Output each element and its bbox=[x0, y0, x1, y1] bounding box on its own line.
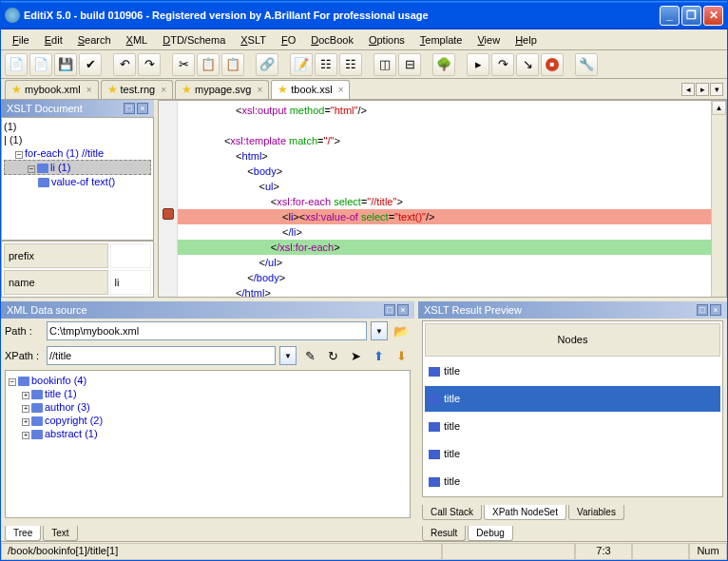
xpath-refresh-button[interactable]: ↻ bbox=[323, 346, 342, 365]
menu-template[interactable]: Template bbox=[412, 32, 470, 48]
indent-button[interactable]: ☷ bbox=[339, 53, 362, 76]
menu-file[interactable]: File bbox=[5, 32, 37, 48]
panel-close-button[interactable]: × bbox=[397, 304, 409, 316]
step-over-button[interactable]: ↷ bbox=[491, 53, 514, 76]
xslt-tree[interactable]: (1)| (1)−for-each (1) //title−li (1)valu… bbox=[1, 117, 154, 241]
tab-list-button[interactable]: ▾ bbox=[710, 83, 723, 96]
code-line[interactable]: <xsl:for-each select="//title"> bbox=[178, 194, 711, 209]
paste-button[interactable]: 📋 bbox=[221, 53, 244, 76]
menu-search[interactable]: Search bbox=[70, 32, 119, 48]
stop-button[interactable]: ■ bbox=[541, 53, 564, 76]
tree-row[interactable]: value-of text() bbox=[4, 175, 151, 188]
menu-docbook[interactable]: DocBook bbox=[303, 32, 361, 48]
tab-prev-button[interactable]: ◂ bbox=[681, 83, 695, 96]
code-line[interactable]: <li><xsl:value-of select="text()"/> bbox=[178, 209, 711, 224]
node-row[interactable]: title bbox=[425, 386, 720, 412]
source-tree[interactable]: −bookinfo (4)+title (1)+author (3)+copyr… bbox=[5, 370, 411, 518]
tool-button[interactable]: 🔧 bbox=[575, 53, 598, 76]
menu-help[interactable]: Help bbox=[508, 32, 545, 48]
code-line[interactable]: </li> bbox=[178, 224, 711, 240]
code-line[interactable] bbox=[178, 118, 711, 133]
minimize-button[interactable]: _ bbox=[660, 6, 680, 26]
node-row[interactable]: title bbox=[425, 469, 720, 494]
code-line[interactable]: </body> bbox=[178, 270, 711, 285]
breakpoint-icon[interactable] bbox=[163, 208, 174, 220]
split-h-button[interactable]: ◫ bbox=[374, 53, 396, 76]
menu-fo[interactable]: FO bbox=[274, 32, 303, 48]
code-line[interactable]: <xsl:output method="html"/> bbox=[178, 103, 711, 118]
menu-xslt[interactable]: XSLT bbox=[233, 32, 274, 48]
code-line[interactable]: <html> bbox=[178, 148, 711, 164]
sub-tab[interactable]: Text bbox=[43, 526, 77, 541]
xpath-edit-button[interactable]: ✎ bbox=[300, 346, 319, 365]
tree-button[interactable]: 🌳 bbox=[432, 53, 455, 76]
maximize-button[interactable]: ❐ bbox=[681, 6, 701, 26]
node-row[interactable]: title bbox=[425, 441, 720, 467]
find-button[interactable]: 🔗 bbox=[256, 53, 278, 76]
menu-xml[interactable]: XML bbox=[119, 32, 156, 48]
cut-button[interactable]: ✂ bbox=[172, 53, 195, 76]
tree-row[interactable]: −li (1) bbox=[4, 160, 151, 175]
tree-row[interactable]: (1) bbox=[4, 120, 151, 133]
source-tree-row[interactable]: +title (1) bbox=[9, 387, 407, 400]
code-line[interactable]: <body> bbox=[178, 164, 711, 179]
xpath-input[interactable] bbox=[47, 346, 276, 365]
validate-button[interactable]: ☷ bbox=[315, 53, 337, 76]
xpath-dropdown-button[interactable]: ▼ bbox=[279, 346, 297, 365]
panel-close-button[interactable]: × bbox=[710, 304, 721, 316]
run-button[interactable]: ▸ bbox=[467, 53, 489, 76]
redo-button[interactable]: ↷ bbox=[138, 53, 161, 76]
vertical-scrollbar[interactable] bbox=[711, 101, 726, 297]
menu-view[interactable]: View bbox=[469, 32, 508, 48]
code-line[interactable]: <ul> bbox=[178, 179, 711, 194]
close-tab-icon[interactable]: × bbox=[86, 85, 92, 95]
undo-button[interactable]: ↶ bbox=[113, 53, 136, 76]
code-editor[interactable]: <xsl:output method="html"/> <xsl:templat… bbox=[158, 100, 727, 298]
format-button[interactable]: 📝 bbox=[290, 53, 313, 76]
file-tab[interactable]: ★test.rng× bbox=[101, 80, 174, 99]
source-tree-row[interactable]: +copyright (2) bbox=[9, 414, 407, 427]
close-tab-icon[interactable]: × bbox=[257, 85, 262, 95]
source-tree-row[interactable]: +author (3) bbox=[9, 400, 407, 414]
xpath-next-button[interactable]: ⬇ bbox=[392, 346, 411, 365]
sub-tab[interactable]: Call Stack bbox=[422, 505, 482, 520]
browse-folder-button[interactable]: 📂 bbox=[392, 321, 411, 340]
node-row[interactable]: title bbox=[425, 358, 720, 384]
menu-options[interactable]: Options bbox=[361, 32, 412, 48]
menu-edit[interactable]: Edit bbox=[37, 32, 70, 48]
path-input[interactable] bbox=[47, 321, 367, 340]
sub-tab[interactable]: XPath NodeSet bbox=[484, 505, 566, 520]
panel-max-button[interactable]: □ bbox=[384, 304, 395, 316]
prop-value[interactable]: li bbox=[110, 270, 151, 295]
open-button[interactable]: 📄 bbox=[29, 53, 52, 76]
xpath-prev-button[interactable]: ⬆ bbox=[369, 346, 388, 365]
file-tab[interactable]: ★mybook.xml× bbox=[5, 80, 99, 99]
close-button[interactable]: ✕ bbox=[703, 6, 723, 26]
close-tab-icon[interactable]: × bbox=[161, 85, 166, 95]
sub-tab[interactable]: Tree bbox=[5, 526, 41, 541]
sub-tab[interactable]: Debug bbox=[468, 526, 512, 541]
tree-row[interactable]: −for-each (1) //title bbox=[4, 146, 151, 160]
path-dropdown-button[interactable]: ▼ bbox=[371, 321, 388, 340]
code-line[interactable]: </xsl:for-each> bbox=[178, 240, 711, 255]
code-line[interactable]: </html> bbox=[178, 285, 711, 297]
editor-gutter[interactable] bbox=[159, 101, 178, 297]
save-all-button[interactable]: ✔ bbox=[79, 53, 102, 76]
panel-max-button[interactable]: □ bbox=[697, 304, 708, 316]
file-tab[interactable]: ★mypage.svg× bbox=[175, 80, 269, 99]
sub-tab[interactable]: Variables bbox=[568, 505, 624, 520]
prop-value[interactable] bbox=[110, 243, 151, 268]
split-v-button[interactable]: ⊟ bbox=[398, 53, 421, 76]
xpath-select-button[interactable]: ➤ bbox=[346, 346, 365, 365]
code-line[interactable]: <xsl:template match="/"> bbox=[178, 133, 711, 148]
nodes-table[interactable]: Nodestitletitletitletitletitle bbox=[422, 320, 723, 497]
source-tree-row[interactable]: −bookinfo (4) bbox=[9, 374, 407, 387]
tree-row[interactable]: | (1) bbox=[4, 133, 151, 146]
panel-max-button[interactable]: □ bbox=[124, 103, 135, 114]
new-file-button[interactable]: 📄 bbox=[5, 53, 28, 76]
menu-dtdschema[interactable]: DTD/Schema bbox=[155, 32, 233, 48]
save-button[interactable]: 💾 bbox=[54, 53, 77, 76]
panel-close-button[interactable]: × bbox=[137, 103, 148, 114]
step-into-button[interactable]: ↘ bbox=[516, 53, 539, 76]
code-line[interactable]: </ul> bbox=[178, 255, 711, 270]
